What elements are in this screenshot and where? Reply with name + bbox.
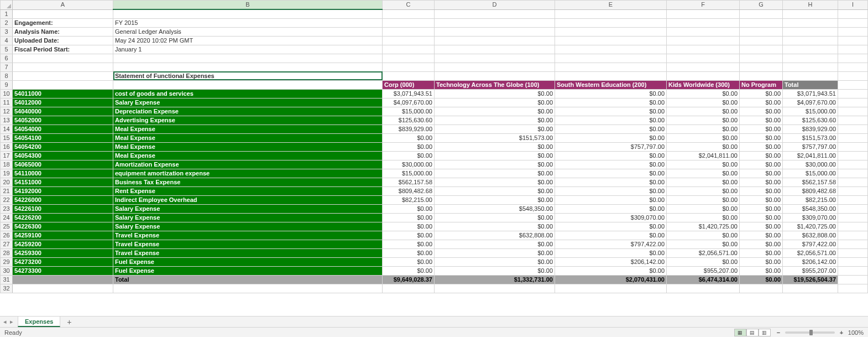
account-name[interactable]: Salary Expense (113, 204, 383, 213)
zoom-thumb[interactable] (809, 330, 813, 335)
cell[interactable] (383, 63, 435, 71)
view-page-layout-icon[interactable]: ▤ (746, 329, 759, 336)
col-total[interactable]: Total (783, 80, 838, 89)
cell[interactable] (838, 54, 868, 63)
val-noprog[interactable]: $0.00 (740, 204, 783, 213)
account-name[interactable]: Meal Expense (113, 125, 383, 133)
val-total[interactable]: $757,797.00 (783, 142, 838, 151)
total-kids[interactable]: $6,474,314.00 (667, 275, 740, 284)
val-tech[interactable]: $0.00 (435, 248, 555, 257)
account-code[interactable]: 54110000 (13, 169, 113, 178)
col-sw[interactable]: South Western Education (200) (555, 80, 667, 89)
val-kids[interactable]: $0.00 (667, 133, 740, 142)
val-corp[interactable]: $839,929.00 (383, 125, 435, 133)
val-corp[interactable]: $0.00 (383, 248, 435, 257)
col-header-G[interactable]: G (740, 1, 783, 10)
val-total[interactable]: $809,482.68 (783, 186, 838, 195)
row-header-21[interactable]: 21 (1, 186, 13, 195)
val-tech[interactable]: $0.00 (435, 116, 555, 125)
row-header-5[interactable]: 5 (1, 45, 13, 54)
cell[interactable] (783, 71, 838, 80)
account-name[interactable]: Business Tax Expense (113, 178, 383, 186)
val-sw[interactable]: $0.00 (555, 151, 667, 160)
col-header-B[interactable]: B (113, 1, 383, 10)
cell[interactable] (838, 45, 868, 54)
val-total[interactable]: $839,929.00 (783, 125, 838, 133)
val-corp[interactable]: $4,097,670.00 (383, 98, 435, 107)
account-code[interactable]: 54012000 (13, 98, 113, 107)
val-tech[interactable]: $0.00 (435, 195, 555, 204)
cell[interactable] (838, 107, 868, 116)
val-noprog[interactable]: $0.00 (740, 222, 783, 231)
val-tech[interactable]: $0.00 (435, 107, 555, 116)
val-tech[interactable]: $0.00 (435, 160, 555, 169)
cell[interactable] (783, 54, 838, 63)
val-sw[interactable]: $797,422.00 (555, 240, 667, 248)
total-grand[interactable]: $19,526,504.37 (783, 275, 838, 284)
account-name[interactable]: Meal Expense (113, 133, 383, 142)
val-sw[interactable]: $0.00 (555, 266, 667, 275)
val-corp[interactable]: $0.00 (383, 240, 435, 248)
cell[interactable] (838, 9, 868, 18)
val-total[interactable]: $632,808.00 (783, 231, 838, 240)
account-code[interactable]: 54011000 (13, 89, 113, 98)
cell[interactable] (435, 45, 555, 54)
val-tech[interactable]: $0.00 (435, 266, 555, 275)
val-tech[interactable]: $0.00 (435, 142, 555, 151)
row-header-19[interactable]: 19 (1, 169, 13, 178)
cell[interactable] (783, 9, 838, 18)
val-sw[interactable]: $0.00 (555, 186, 667, 195)
meta-label[interactable]: Fiscal Period Start: (13, 45, 113, 54)
account-name[interactable]: Amortization Expense (113, 160, 383, 169)
val-total[interactable]: $125,630.60 (783, 116, 838, 125)
meta-label[interactable]: Engagement: (13, 18, 113, 27)
cell[interactable] (838, 125, 868, 133)
row-header-12[interactable]: 12 (1, 107, 13, 116)
val-sw[interactable]: $0.00 (555, 204, 667, 213)
cell[interactable] (555, 63, 667, 71)
val-sw[interactable]: $0.00 (555, 133, 667, 142)
total-blank[interactable] (13, 275, 113, 284)
val-noprog[interactable]: $0.00 (740, 257, 783, 266)
cell[interactable] (838, 204, 868, 213)
val-tech[interactable]: $0.00 (435, 125, 555, 133)
cell[interactable] (113, 9, 383, 18)
row-header-27[interactable]: 27 (1, 240, 13, 248)
cell[interactable] (435, 9, 555, 18)
val-kids[interactable]: $0.00 (667, 178, 740, 186)
cell[interactable] (740, 54, 783, 63)
val-total[interactable]: $309,070.00 (783, 213, 838, 222)
val-corp[interactable]: $0.00 (383, 266, 435, 275)
val-sw[interactable]: $0.00 (555, 116, 667, 125)
view-normal-icon[interactable]: ▦ (734, 329, 746, 336)
account-code[interactable]: 54054200 (13, 142, 113, 151)
row-header-14[interactable]: 14 (1, 125, 13, 133)
val-sw[interactable]: $206,142.00 (555, 257, 667, 266)
val-corp[interactable]: $0.00 (383, 142, 435, 151)
cell[interactable] (113, 63, 383, 71)
val-noprog[interactable]: $0.00 (740, 178, 783, 186)
cell[interactable] (667, 54, 740, 63)
total-tech[interactable]: $1,332,731.00 (435, 275, 555, 284)
val-total[interactable]: $2,056,571.00 (783, 248, 838, 257)
cell[interactable] (383, 27, 435, 36)
zoom-in-button[interactable]: + (838, 329, 845, 336)
cell[interactable] (13, 9, 113, 18)
col-header-C[interactable]: C (383, 1, 435, 10)
cell[interactable] (435, 54, 555, 63)
val-noprog[interactable]: $0.00 (740, 213, 783, 222)
val-corp[interactable]: $0.00 (383, 222, 435, 231)
row-header-32[interactable]: 32 (1, 284, 13, 293)
val-tech[interactable]: $0.00 (435, 98, 555, 107)
account-code[interactable]: 54052000 (13, 116, 113, 125)
val-noprog[interactable]: $0.00 (740, 169, 783, 178)
row-header-10[interactable]: 10 (1, 89, 13, 98)
account-code[interactable]: 54040000 (13, 107, 113, 116)
total-corp[interactable]: $9,649,028.37 (383, 275, 435, 284)
cell[interactable] (667, 27, 740, 36)
col-kids[interactable]: Kids Worldwide (300) (667, 80, 740, 89)
account-code[interactable]: 54054000 (13, 125, 113, 133)
val-sw[interactable]: $0.00 (555, 195, 667, 204)
cell[interactable] (838, 231, 868, 240)
val-tech[interactable]: $0.00 (435, 257, 555, 266)
